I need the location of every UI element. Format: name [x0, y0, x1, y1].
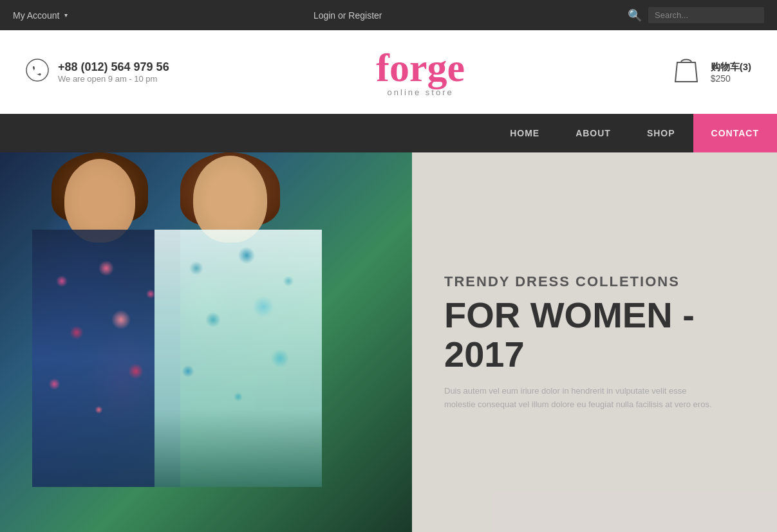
cart-label: 购物车(3): [711, 61, 751, 73]
nav-item-about[interactable]: ABOUT: [557, 114, 629, 152]
logo-text: forge: [376, 48, 465, 87]
cart-icon: [672, 53, 700, 91]
phone-icon: [26, 59, 49, 86]
nav-item-contact[interactable]: CONTACT: [693, 114, 777, 152]
hero-description: Duis autem vel eum iriure dolor in hendr…: [444, 385, 715, 412]
hero-title: FOR WOMEN - 2017: [444, 295, 745, 374]
cart-price: $250: [711, 73, 751, 84]
hero-image: [0, 152, 412, 532]
dress-2: [154, 230, 322, 487]
my-account-label: My Account: [13, 10, 59, 21]
svg-point-0: [26, 59, 48, 81]
top-bar: My Account ▾ Login or Register 🔍: [0, 0, 777, 30]
cart-info: 购物车(3) $250: [711, 61, 751, 84]
nav-item-home[interactable]: HOME: [492, 114, 557, 152]
phone-number: +88 (012) 564 979 56: [58, 60, 169, 74]
login-register-link[interactable]: Login or Register: [314, 10, 382, 21]
logo-subtitle: online store: [376, 87, 465, 97]
search-input[interactable]: [648, 7, 764, 23]
nav-item-shop[interactable]: SHOP: [629, 114, 693, 152]
hero-background: [0, 152, 412, 532]
my-account-menu[interactable]: My Account ▾: [13, 10, 68, 21]
site-header: +88 (012) 564 979 56 We are open 9 am - …: [0, 30, 777, 114]
phone-info: +88 (012) 564 979 56 We are open 9 am - …: [58, 60, 169, 84]
top-bar-right: 🔍: [628, 7, 764, 23]
header-contact-info: +88 (012) 564 979 56 We are open 9 am - …: [26, 59, 169, 86]
chevron-down-icon: ▾: [64, 12, 68, 19]
hero-section: TRENDY DRESS COLLETIONS FOR WOMEN - 2017…: [0, 152, 777, 532]
main-navigation: HOME ABOUT SHOP CONTACT: [0, 114, 777, 152]
business-hours: We are open 9 am - 10 pm: [58, 74, 169, 84]
site-logo[interactable]: forge online store: [376, 48, 465, 97]
hero-subtitle: TRENDY DRESS COLLETIONS: [444, 273, 745, 290]
search-icon[interactable]: 🔍: [628, 8, 642, 23]
hero-content: TRENDY DRESS COLLETIONS FOR WOMEN - 2017…: [412, 152, 777, 532]
cart-area[interactable]: 购物车(3) $250: [672, 53, 751, 91]
